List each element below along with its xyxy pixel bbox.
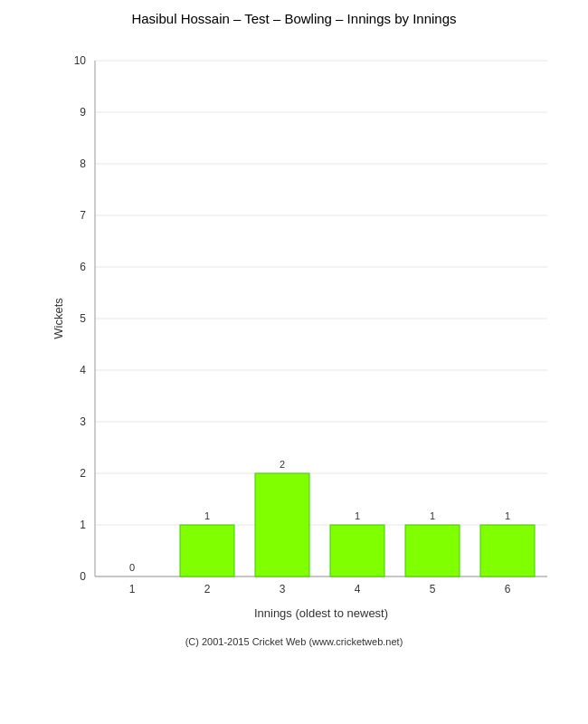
x-axis-label: Innings (oldest to newest) (254, 606, 388, 620)
y-label-6: 6 (80, 261, 86, 273)
bar-4 (330, 525, 384, 576)
x-label-3: 3 (280, 583, 286, 595)
x-label-5: 5 (430, 583, 436, 595)
bar-label-5: 1 (430, 510, 435, 521)
y-label-3: 3 (80, 415, 86, 428)
bar-label-2: 1 (204, 510, 210, 521)
y-label-2: 2 (80, 467, 86, 480)
y-label-4: 4 (80, 364, 86, 376)
bar-6 (480, 525, 535, 576)
x-label-4: 4 (355, 583, 361, 595)
y-label-0: 0 (80, 570, 86, 583)
bar-label-1: 0 (129, 562, 135, 573)
bar-label-4: 1 (355, 510, 360, 521)
y-label-8: 8 (80, 157, 86, 170)
x-label-2: 2 (204, 583, 211, 595)
chart-area: 0 1 2 3 4 5 6 7 8 9 10 Wickets 0 1 (50, 33, 574, 631)
y-label-9: 9 (80, 106, 86, 119)
y-axis-label: Wickets (52, 298, 65, 339)
x-label-6: 6 (505, 583, 511, 595)
chart-title: Hasibul Hossain – Test – Bowling – Innin… (131, 11, 456, 26)
y-label-10: 10 (74, 54, 87, 67)
y-label-7: 7 (80, 209, 86, 222)
y-label-1: 1 (80, 519, 86, 531)
chart-svg: 0 1 2 3 4 5 6 7 8 9 10 Wickets 0 1 (50, 33, 574, 631)
bar-3 (255, 473, 309, 576)
bar-2 (180, 525, 234, 576)
footer-text: (C) 2001-2015 Cricket Web (www.cricketwe… (185, 636, 403, 647)
y-label-5: 5 (80, 312, 86, 325)
bar-label-3: 2 (280, 459, 285, 470)
bar-label-6: 1 (505, 510, 510, 521)
chart-container: Hasibul Hossain – Test – Bowling – Innin… (0, 0, 588, 724)
x-label-1: 1 (129, 583, 136, 595)
bar-5 (405, 525, 460, 576)
